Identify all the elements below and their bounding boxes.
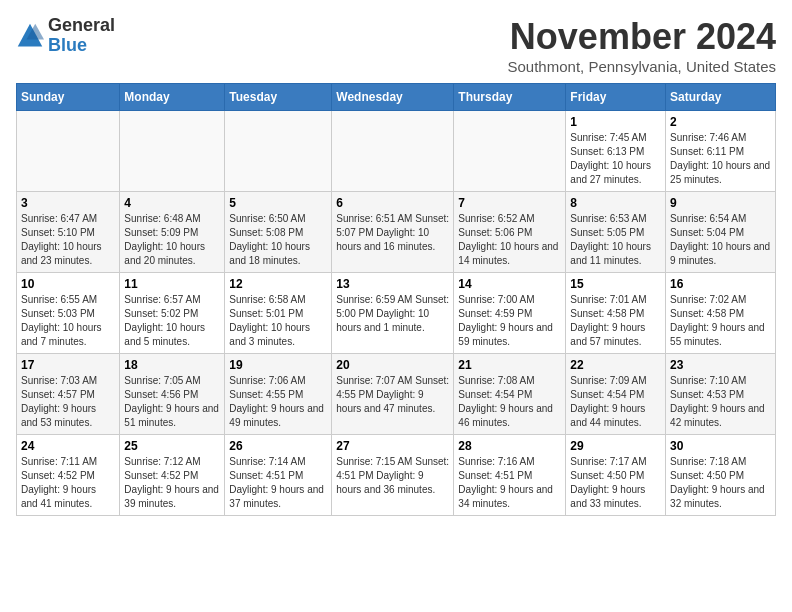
day-info: Sunrise: 7:06 AM Sunset: 4:55 PM Dayligh…	[229, 374, 327, 430]
day-info: Sunrise: 7:45 AM Sunset: 6:13 PM Dayligh…	[570, 131, 661, 187]
calendar-cell: 13Sunrise: 6:59 AM Sunset: 5:00 PM Dayli…	[332, 273, 454, 354]
day-number: 18	[124, 358, 220, 372]
calendar-cell	[225, 111, 332, 192]
day-number: 21	[458, 358, 561, 372]
day-number: 25	[124, 439, 220, 453]
calendar-week-row: 10Sunrise: 6:55 AM Sunset: 5:03 PM Dayli…	[17, 273, 776, 354]
calendar-cell: 11Sunrise: 6:57 AM Sunset: 5:02 PM Dayli…	[120, 273, 225, 354]
calendar-table: SundayMondayTuesdayWednesdayThursdayFrid…	[16, 83, 776, 516]
day-info: Sunrise: 7:03 AM Sunset: 4:57 PM Dayligh…	[21, 374, 115, 430]
calendar-week-row: 3Sunrise: 6:47 AM Sunset: 5:10 PM Daylig…	[17, 192, 776, 273]
calendar-cell: 27Sunrise: 7:15 AM Sunset: 4:51 PM Dayli…	[332, 435, 454, 516]
day-number: 19	[229, 358, 327, 372]
day-info: Sunrise: 7:09 AM Sunset: 4:54 PM Dayligh…	[570, 374, 661, 430]
day-number: 13	[336, 277, 449, 291]
day-number: 17	[21, 358, 115, 372]
location: Southmont, Pennsylvania, United States	[508, 58, 777, 75]
day-number: 10	[21, 277, 115, 291]
day-info: Sunrise: 7:02 AM Sunset: 4:58 PM Dayligh…	[670, 293, 771, 349]
day-number: 20	[336, 358, 449, 372]
calendar-cell: 1Sunrise: 7:45 AM Sunset: 6:13 PM Daylig…	[566, 111, 666, 192]
day-number: 6	[336, 196, 449, 210]
day-of-week-header: Monday	[120, 84, 225, 111]
day-number: 28	[458, 439, 561, 453]
logo-blue-text: Blue	[48, 35, 87, 55]
day-of-week-header: Tuesday	[225, 84, 332, 111]
day-info: Sunrise: 6:50 AM Sunset: 5:08 PM Dayligh…	[229, 212, 327, 268]
day-info: Sunrise: 7:01 AM Sunset: 4:58 PM Dayligh…	[570, 293, 661, 349]
calendar-cell: 2Sunrise: 7:46 AM Sunset: 6:11 PM Daylig…	[666, 111, 776, 192]
day-info: Sunrise: 6:51 AM Sunset: 5:07 PM Dayligh…	[336, 212, 449, 254]
calendar-cell: 16Sunrise: 7:02 AM Sunset: 4:58 PM Dayli…	[666, 273, 776, 354]
calendar-cell	[120, 111, 225, 192]
day-info: Sunrise: 6:52 AM Sunset: 5:06 PM Dayligh…	[458, 212, 561, 268]
day-info: Sunrise: 7:17 AM Sunset: 4:50 PM Dayligh…	[570, 455, 661, 511]
day-number: 1	[570, 115, 661, 129]
calendar-cell: 4Sunrise: 6:48 AM Sunset: 5:09 PM Daylig…	[120, 192, 225, 273]
day-info: Sunrise: 6:59 AM Sunset: 5:00 PM Dayligh…	[336, 293, 449, 335]
calendar-cell: 15Sunrise: 7:01 AM Sunset: 4:58 PM Dayli…	[566, 273, 666, 354]
day-info: Sunrise: 7:46 AM Sunset: 6:11 PM Dayligh…	[670, 131, 771, 187]
day-info: Sunrise: 6:47 AM Sunset: 5:10 PM Dayligh…	[21, 212, 115, 268]
day-info: Sunrise: 7:15 AM Sunset: 4:51 PM Dayligh…	[336, 455, 449, 497]
day-info: Sunrise: 6:55 AM Sunset: 5:03 PM Dayligh…	[21, 293, 115, 349]
calendar-cell: 18Sunrise: 7:05 AM Sunset: 4:56 PM Dayli…	[120, 354, 225, 435]
day-info: Sunrise: 6:54 AM Sunset: 5:04 PM Dayligh…	[670, 212, 771, 268]
day-info: Sunrise: 6:53 AM Sunset: 5:05 PM Dayligh…	[570, 212, 661, 268]
day-of-week-header: Friday	[566, 84, 666, 111]
page-header: General Blue November 2024 Southmont, Pe…	[16, 16, 776, 75]
calendar-cell: 23Sunrise: 7:10 AM Sunset: 4:53 PM Dayli…	[666, 354, 776, 435]
month-title: November 2024	[508, 16, 777, 58]
calendar-cell	[332, 111, 454, 192]
day-number: 5	[229, 196, 327, 210]
calendar-cell: 24Sunrise: 7:11 AM Sunset: 4:52 PM Dayli…	[17, 435, 120, 516]
day-info: Sunrise: 6:48 AM Sunset: 5:09 PM Dayligh…	[124, 212, 220, 268]
day-of-week-header: Sunday	[17, 84, 120, 111]
calendar-week-row: 24Sunrise: 7:11 AM Sunset: 4:52 PM Dayli…	[17, 435, 776, 516]
day-number: 11	[124, 277, 220, 291]
day-info: Sunrise: 7:14 AM Sunset: 4:51 PM Dayligh…	[229, 455, 327, 511]
day-number: 9	[670, 196, 771, 210]
day-info: Sunrise: 7:10 AM Sunset: 4:53 PM Dayligh…	[670, 374, 771, 430]
day-of-week-header: Wednesday	[332, 84, 454, 111]
calendar-cell: 3Sunrise: 6:47 AM Sunset: 5:10 PM Daylig…	[17, 192, 120, 273]
day-info: Sunrise: 7:18 AM Sunset: 4:50 PM Dayligh…	[670, 455, 771, 511]
day-number: 30	[670, 439, 771, 453]
calendar-cell: 6Sunrise: 6:51 AM Sunset: 5:07 PM Daylig…	[332, 192, 454, 273]
calendar-cell: 28Sunrise: 7:16 AM Sunset: 4:51 PM Dayli…	[454, 435, 566, 516]
calendar-cell: 14Sunrise: 7:00 AM Sunset: 4:59 PM Dayli…	[454, 273, 566, 354]
day-info: Sunrise: 7:16 AM Sunset: 4:51 PM Dayligh…	[458, 455, 561, 511]
day-info: Sunrise: 7:07 AM Sunset: 4:55 PM Dayligh…	[336, 374, 449, 416]
calendar-cell	[454, 111, 566, 192]
calendar-week-row: 1Sunrise: 7:45 AM Sunset: 6:13 PM Daylig…	[17, 111, 776, 192]
calendar-cell: 7Sunrise: 6:52 AM Sunset: 5:06 PM Daylig…	[454, 192, 566, 273]
calendar-cell: 25Sunrise: 7:12 AM Sunset: 4:52 PM Dayli…	[120, 435, 225, 516]
day-number: 26	[229, 439, 327, 453]
day-info: Sunrise: 7:08 AM Sunset: 4:54 PM Dayligh…	[458, 374, 561, 430]
day-number: 16	[670, 277, 771, 291]
day-info: Sunrise: 6:57 AM Sunset: 5:02 PM Dayligh…	[124, 293, 220, 349]
day-number: 2	[670, 115, 771, 129]
day-info: Sunrise: 7:05 AM Sunset: 4:56 PM Dayligh…	[124, 374, 220, 430]
day-number: 22	[570, 358, 661, 372]
calendar-cell: 22Sunrise: 7:09 AM Sunset: 4:54 PM Dayli…	[566, 354, 666, 435]
day-number: 4	[124, 196, 220, 210]
day-info: Sunrise: 7:12 AM Sunset: 4:52 PM Dayligh…	[124, 455, 220, 511]
calendar-cell: 17Sunrise: 7:03 AM Sunset: 4:57 PM Dayli…	[17, 354, 120, 435]
calendar-cell: 30Sunrise: 7:18 AM Sunset: 4:50 PM Dayli…	[666, 435, 776, 516]
calendar-header: SundayMondayTuesdayWednesdayThursdayFrid…	[17, 84, 776, 111]
logo-icon	[16, 22, 44, 50]
title-area: November 2024 Southmont, Pennsylvania, U…	[508, 16, 777, 75]
logo: General Blue	[16, 16, 115, 56]
calendar-cell: 5Sunrise: 6:50 AM Sunset: 5:08 PM Daylig…	[225, 192, 332, 273]
logo-general-text: General	[48, 15, 115, 35]
day-number: 14	[458, 277, 561, 291]
day-of-week-header: Thursday	[454, 84, 566, 111]
calendar-cell: 21Sunrise: 7:08 AM Sunset: 4:54 PM Dayli…	[454, 354, 566, 435]
day-of-week-header: Saturday	[666, 84, 776, 111]
day-number: 7	[458, 196, 561, 210]
calendar-cell: 20Sunrise: 7:07 AM Sunset: 4:55 PM Dayli…	[332, 354, 454, 435]
day-number: 15	[570, 277, 661, 291]
day-number: 23	[670, 358, 771, 372]
day-info: Sunrise: 6:58 AM Sunset: 5:01 PM Dayligh…	[229, 293, 327, 349]
